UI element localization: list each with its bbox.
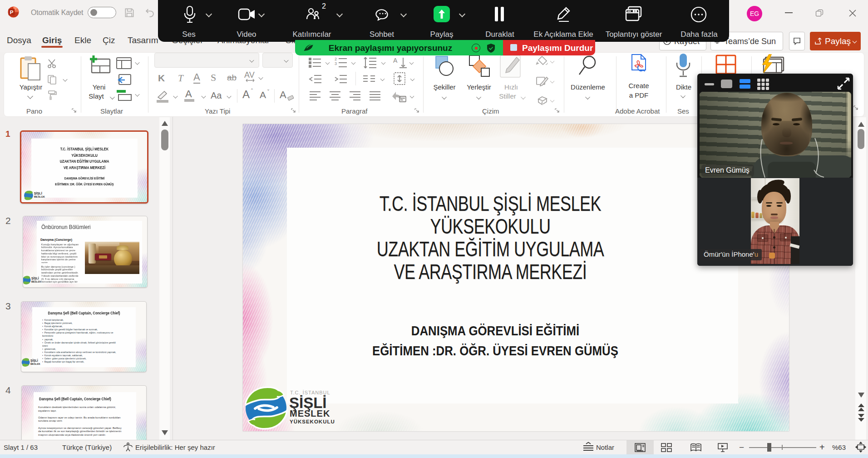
svg-text:A: A: [393, 57, 398, 64]
svg-text:MESLEK: MESLEK: [290, 408, 330, 418]
svg-text:ŞİŞLİ: ŞİŞLİ: [34, 191, 42, 195]
svg-text:ŞİŞLİ: ŞİŞLİ: [30, 358, 38, 363]
svg-text:MESLEK: MESLEK: [30, 363, 40, 365]
svg-text:YÜKSEKOKULU: YÜKSEKOKULU: [290, 419, 335, 424]
svg-text:P: P: [10, 10, 14, 15]
svg-text:ŞİŞLİ: ŞİŞLİ: [31, 276, 39, 280]
svg-text:3: 3: [335, 61, 337, 66]
svg-text:MESLEK: MESLEK: [34, 195, 45, 198]
svg-text:2: 2: [335, 57, 337, 61]
svg-text:MESLEK: MESLEK: [31, 280, 41, 283]
